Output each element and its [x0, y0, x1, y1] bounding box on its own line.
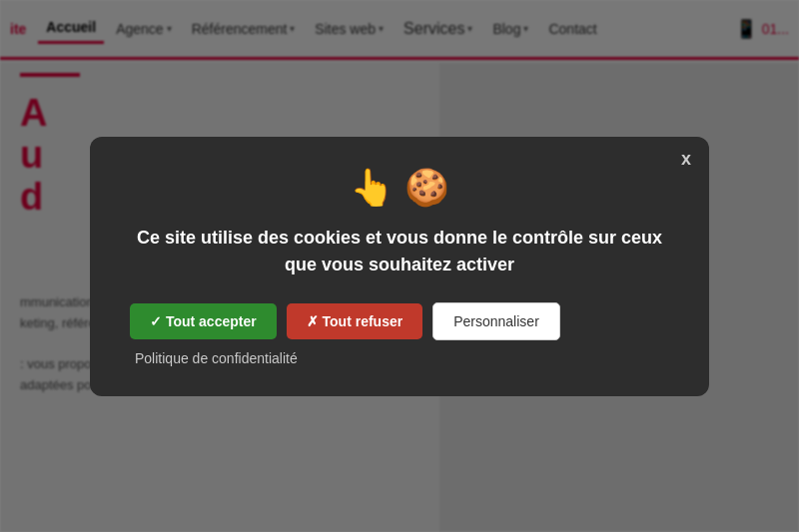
cookie-modal: x 👆 🍪 Ce site utilise des cookies et vou…	[90, 137, 709, 396]
cookie-icons: 👆 🍪	[130, 167, 669, 209]
accept-button[interactable]: ✓ Tout accepter	[130, 303, 277, 339]
personnaliser-button[interactable]: Personnaliser	[432, 302, 560, 340]
modal-buttons: ✓ Tout accepter ✗ Tout refuser Personnal…	[130, 302, 669, 366]
cookie-title: Ce site utilise des cookies et vous donn…	[130, 225, 669, 278]
hand-icon: 👆	[350, 167, 395, 209]
refuse-button[interactable]: ✗ Tout refuser	[287, 303, 423, 339]
cookie-icon: 🍪	[404, 167, 449, 209]
modal-close-button[interactable]: x	[681, 149, 691, 170]
politique-link[interactable]: Politique de confidentialité	[135, 350, 298, 366]
